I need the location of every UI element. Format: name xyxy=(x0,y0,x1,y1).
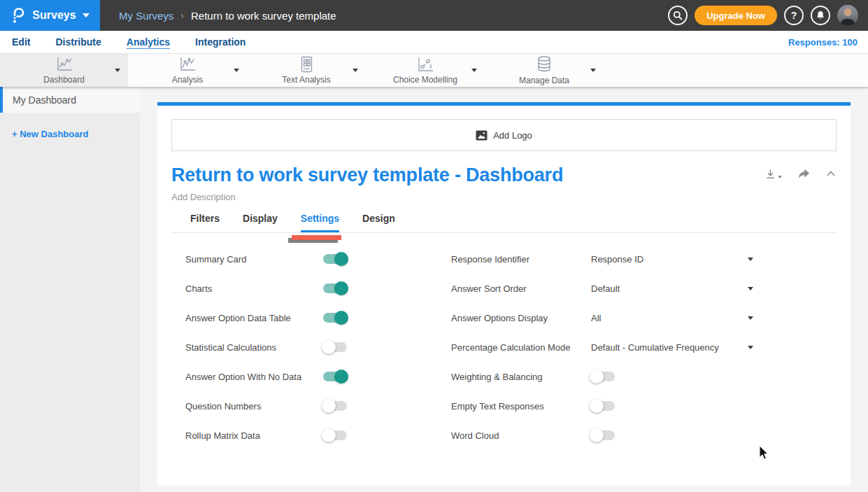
select-value: Default - Cumulative Frequency xyxy=(591,342,719,353)
toggle-switch-on[interactable] xyxy=(323,372,347,381)
setting-row-weighting-balancing: Weighting & Balancing xyxy=(451,362,837,391)
toggle-switch-off[interactable] xyxy=(591,430,615,440)
avatar[interactable] xyxy=(837,5,858,26)
toggle-knob xyxy=(322,399,336,413)
select-answer-sort-order[interactable]: Default xyxy=(591,283,753,294)
chevron-down-icon xyxy=(748,258,753,261)
nav-items: EditDistributeAnalyticsIntegration xyxy=(0,36,246,48)
toggle-knob xyxy=(334,370,348,384)
toggle-switch-off[interactable] xyxy=(323,342,347,352)
select-value: All xyxy=(591,313,601,323)
tab-display[interactable]: Display xyxy=(243,213,278,232)
help-button[interactable]: ? xyxy=(784,6,804,25)
add-logo-box[interactable]: Add Logo xyxy=(171,119,837,151)
chevron-down-icon[interactable] xyxy=(353,69,358,72)
chevron-down-icon xyxy=(748,346,753,349)
notifications-button[interactable] xyxy=(811,6,830,25)
setting-label: Percentage Calculation Mode xyxy=(451,342,591,353)
product-switcher[interactable]: Surveys xyxy=(0,0,100,31)
avatar-photo xyxy=(844,8,852,16)
toggle-knob xyxy=(590,370,604,384)
tab-settings[interactable]: Settings xyxy=(301,213,339,232)
setting-row-charts: Charts xyxy=(185,274,451,303)
select-response-identifier[interactable]: Response ID xyxy=(591,254,753,265)
nav-item-distribute[interactable]: Distribute xyxy=(55,36,101,48)
toggle-knob xyxy=(590,399,604,413)
toggle-switch-on[interactable] xyxy=(323,313,347,323)
toggle-switch-off[interactable] xyxy=(323,430,347,440)
image-icon xyxy=(476,130,488,141)
setting-label: Rollup Matrix Data xyxy=(185,430,323,441)
toolbar-item-dashboard[interactable]: Dashboard xyxy=(0,54,128,87)
settings-options-column: Response IdentifierResponse IDAnswer Sor… xyxy=(451,244,837,450)
setting-label: Charts xyxy=(185,283,323,294)
setting-label: Response Identifier xyxy=(451,254,591,265)
choice-modelling-icon xyxy=(416,56,434,73)
toggle-knob xyxy=(334,252,348,266)
toolbar-item-label: Analysis xyxy=(172,75,204,85)
upgrade-now-button[interactable]: Upgrade Now xyxy=(695,6,777,25)
dashboard-chart-icon xyxy=(55,56,73,73)
setting-row-summary-card: Summary Card xyxy=(185,244,451,274)
setting-label: Word Cloud xyxy=(451,430,591,441)
select-value: Response ID xyxy=(591,254,643,265)
collapse-button[interactable] xyxy=(825,169,837,178)
toolbar-item-analysis[interactable]: Analysis xyxy=(128,54,247,87)
responses-count: Responses: 100 xyxy=(788,37,868,48)
toolbar-item-text-analysis[interactable]: Text Analysis xyxy=(247,54,366,87)
toggle-switch-off[interactable] xyxy=(323,401,347,411)
text-analysis-icon xyxy=(299,56,314,73)
toolbar-item-choice-modelling[interactable]: Choice Modelling xyxy=(366,54,485,87)
toolbar-item-manage-data[interactable]: Manage Data xyxy=(485,54,604,87)
select-percentage-calculation-mode[interactable]: Default - Cumulative Frequency xyxy=(591,342,753,353)
toggle-knob xyxy=(590,428,604,442)
chevron-down-icon[interactable] xyxy=(234,69,239,72)
chevron-down-icon xyxy=(778,176,782,178)
toolbar-item-label: Manage Data xyxy=(519,76,569,85)
page-body: My Dashboard + New Dashboard Add Logo Re… xyxy=(0,87,868,492)
survey-nav: EditDistributeAnalyticsIntegration Respo… xyxy=(0,31,868,53)
sidebar-item-my-dashboard[interactable]: My Dashboard xyxy=(0,87,140,113)
add-description[interactable]: Add Description xyxy=(171,192,236,202)
analytics-toolbar: Dashboard Analysis Text Analysis Choice … xyxy=(0,53,868,87)
nav-item-edit[interactable]: Edit xyxy=(12,36,30,48)
breadcrumb: My Surveys › Return to work survey templ… xyxy=(119,10,336,22)
toolbar-item-label: Text Analysis xyxy=(282,75,330,85)
share-button[interactable] xyxy=(797,167,811,180)
chevron-down-icon[interactable] xyxy=(115,69,120,72)
settings-tab-annotation xyxy=(292,235,341,240)
questionpro-logo-icon xyxy=(10,6,26,24)
toggle-switch-off[interactable] xyxy=(591,372,615,381)
search-button[interactable] xyxy=(668,6,688,25)
database-icon xyxy=(536,55,553,73)
toolbar-item-label: Choice Modelling xyxy=(393,75,457,85)
setting-row-answer-option-with-no-data: Answer Option With No Data xyxy=(185,362,451,391)
nav-item-integration[interactable]: Integration xyxy=(195,36,246,48)
select-answer-options-display[interactable]: All xyxy=(591,313,753,323)
setting-label: Empty Text Responses xyxy=(451,401,591,412)
toggle-switch-off[interactable] xyxy=(591,401,615,411)
download-button[interactable] xyxy=(764,168,782,180)
chevron-down-icon xyxy=(83,13,90,17)
select-value: Default xyxy=(591,283,620,294)
settings-panel: Summary CardChartsAnswer Option Data Tab… xyxy=(157,233,851,450)
dashboard-panel: Add Logo Return to work survey template … xyxy=(157,102,851,486)
tab-design[interactable]: Design xyxy=(362,213,395,232)
nav-item-analytics[interactable]: Analytics xyxy=(127,36,170,48)
toggle-switch-on[interactable] xyxy=(323,254,347,264)
setting-row-answer-sort-order: Answer Sort OrderDefault xyxy=(451,274,837,303)
setting-label: Answer Options Display xyxy=(451,313,591,323)
new-dashboard-button[interactable]: + New Dashboard xyxy=(12,129,140,139)
toggle-switch-on[interactable] xyxy=(323,283,347,293)
setting-label: Answer Sort Order xyxy=(451,283,591,294)
search-icon xyxy=(672,10,683,21)
setting-label: Summary Card xyxy=(185,254,323,265)
chevron-down-icon[interactable] xyxy=(590,69,596,72)
share-icon xyxy=(797,167,811,180)
chevron-down-icon[interactable] xyxy=(471,69,477,72)
setting-row-word-cloud: Word Cloud xyxy=(451,421,837,450)
toggle-knob xyxy=(322,428,336,442)
breadcrumb-my-surveys[interactable]: My Surveys xyxy=(119,10,173,22)
tab-filters[interactable]: Filters xyxy=(190,213,220,232)
panel-accent-bar xyxy=(157,102,851,106)
